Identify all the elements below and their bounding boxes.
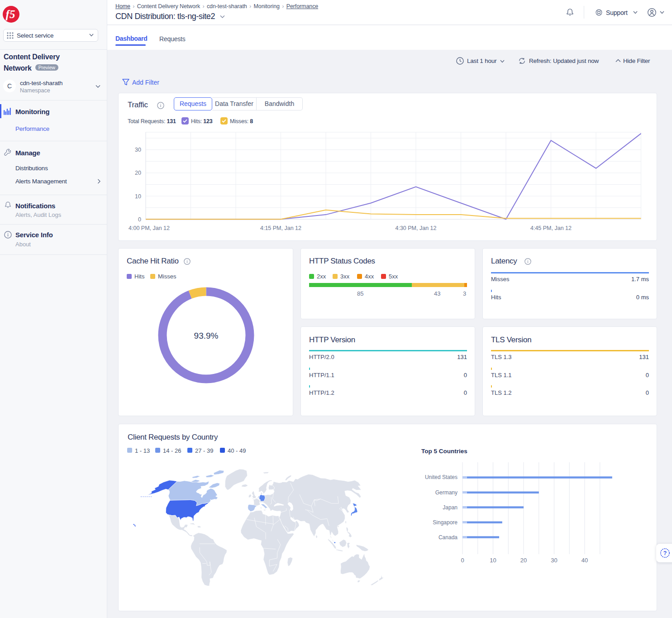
- svg-text:Singapore: Singapore: [433, 519, 458, 526]
- svg-text:Top 5 Countries: Top 5 Countries: [421, 448, 467, 455]
- svg-text:4:00 PM, Jan 12: 4:00 PM, Jan 12: [129, 225, 170, 231]
- svg-text:30: 30: [135, 147, 141, 153]
- svg-text:Canada: Canada: [438, 534, 458, 541]
- svg-text:Germany: Germany: [435, 489, 458, 496]
- svg-text:United States: United States: [425, 474, 458, 480]
- svg-text:20: 20: [520, 557, 527, 564]
- svg-text:30: 30: [551, 557, 557, 564]
- svg-text:Japan: Japan: [443, 504, 458, 511]
- svg-text:40: 40: [581, 557, 588, 564]
- svg-text:93.9%: 93.9%: [194, 331, 219, 340]
- svg-text:0: 0: [138, 216, 141, 223]
- svg-text:4:30 PM, Jan 12: 4:30 PM, Jan 12: [395, 225, 436, 231]
- svg-text:0: 0: [461, 557, 464, 564]
- svg-text:20: 20: [135, 170, 141, 176]
- svg-text:10: 10: [135, 193, 141, 200]
- svg-text:?: ?: [663, 550, 667, 556]
- svg-text:f5: f5: [6, 8, 15, 20]
- svg-text:4:45 PM, Jan 12: 4:45 PM, Jan 12: [530, 225, 572, 231]
- svg-text:4:15 PM, Jan 12: 4:15 PM, Jan 12: [260, 225, 301, 231]
- svg-text:10: 10: [490, 557, 496, 564]
